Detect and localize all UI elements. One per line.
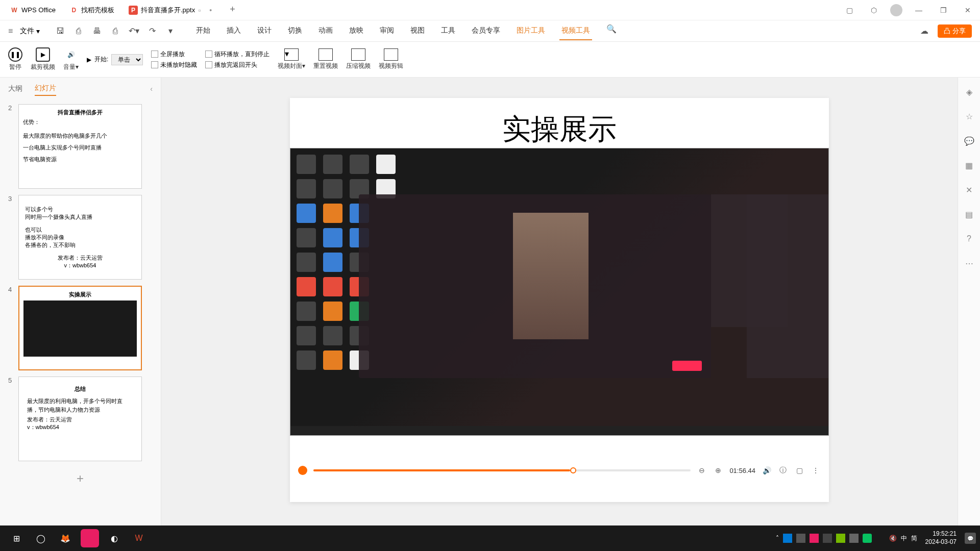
ime-indicator[interactable]: 中 [901, 534, 907, 543]
style-icon[interactable]: ◈ [963, 86, 975, 98]
cube-icon[interactable]: ⬡ [866, 2, 882, 18]
slide-thumbnail-4[interactable]: 实操展示 [18, 286, 142, 370]
export-icon[interactable]: ⎙ [71, 24, 86, 38]
play-button[interactable] [298, 466, 307, 475]
slide-thumbnail-3[interactable]: 可以多个号 同时用一个摄像头真人直播 也可以 播放不同的录像 各播各的，互不影响… [18, 195, 142, 280]
hide-checkbox[interactable]: 未播放时隐藏 [151, 61, 197, 69]
thumbnails[interactable]: 2 抖音直播伴侣多开 优势： 最大限度的帮助你的电脑多开几个 一台电脑上实现多个… [0, 100, 161, 546]
next-frame-icon[interactable]: ⊕ [713, 465, 723, 475]
cloud-icon[interactable]: ☁ [917, 24, 932, 38]
loop-checkbox[interactable]: 循环播放，直到停止 [205, 50, 270, 59]
tab-video-tools[interactable]: 视频工具 [559, 22, 592, 40]
pause-button[interactable]: ❚❚ 暂停 [8, 47, 22, 71]
video-progress[interactable] [313, 469, 691, 471]
tray-wechat-icon[interactable] [863, 534, 872, 543]
layout-icon[interactable]: ▤ [963, 208, 975, 220]
collapse-panel-icon[interactable]: ‹ [150, 85, 153, 93]
fullscreen-checkbox[interactable]: 全屏播放 [151, 50, 197, 59]
slide-title[interactable]: 实操展示 [290, 98, 829, 149]
snapshot-icon[interactable]: ▢ [794, 465, 804, 475]
search-icon[interactable]: 🔍 [604, 22, 619, 36]
outline-tab[interactable]: 大纲 [8, 82, 22, 95]
slides-tab[interactable]: 幻灯片 [35, 82, 56, 96]
tab-review[interactable]: 审阅 [378, 22, 396, 40]
canvas[interactable]: 实操展示 [161, 78, 958, 546]
edit-button[interactable]: 视频剪辑 [379, 48, 403, 70]
tab-wps-home[interactable]: W WPS Office [4, 4, 62, 16]
tab-start[interactable]: 开始 [194, 22, 212, 40]
clock[interactable]: 19:52:21 2024-03-07 [921, 530, 961, 546]
tab-transition[interactable]: 切换 [286, 22, 304, 40]
tab-docer[interactable]: D 找稻壳模板 [64, 4, 120, 17]
object-icon[interactable]: ▦ [963, 159, 975, 171]
hamburger-icon[interactable]: ≡ [8, 27, 13, 36]
prev-frame-icon[interactable]: ⊖ [697, 465, 707, 475]
ime-indicator-2[interactable]: 简 [911, 534, 917, 543]
reset-button[interactable]: 重置视频 [313, 48, 338, 70]
tray-icon[interactable] [836, 534, 845, 543]
print-preview-icon[interactable]: ⎙ [108, 24, 122, 38]
user-avatar[interactable] [890, 4, 902, 16]
notification-button[interactable]: 💬1 [965, 533, 976, 544]
volume-button[interactable]: 🔊 音量▾ [63, 47, 79, 71]
tab-member[interactable]: 会员专享 [470, 22, 502, 40]
more-icon[interactable]: ⋮ [811, 465, 821, 475]
slide-thumbnail-5[interactable]: 总结 最大限度的利用电脑，开多个号同时直播，节约电脑和人力物力资源 发布者：云天… [18, 377, 142, 461]
compress-button[interactable]: 压缩视频 [346, 48, 371, 70]
task-camera-icon[interactable]: ◯ [29, 526, 53, 550]
tray-up-icon[interactable]: ˄ [776, 535, 779, 542]
tab-document[interactable]: P 抖音直播多开.pptx ▫ • [122, 4, 224, 17]
print-icon[interactable]: 🖶 [90, 24, 104, 38]
task-app-icon[interactable] [81, 529, 99, 547]
undo-button[interactable]: ↶▾ [127, 24, 141, 38]
minimize-button[interactable]: — [911, 2, 927, 18]
more-panel-icon[interactable]: ⋯ [963, 257, 975, 269]
tray-icon[interactable] [796, 534, 805, 543]
start-select[interactable]: 单击 [111, 54, 143, 65]
slide[interactable]: 实操展示 [290, 98, 829, 502]
help-icon[interactable]: ? [963, 233, 975, 245]
pause-label: 暂停 [9, 63, 21, 71]
trim-button[interactable]: ▶ 裁剪视频 [31, 47, 55, 71]
tab-tools[interactable]: 工具 [439, 22, 457, 40]
tab-view[interactable]: 视图 [408, 22, 427, 40]
tray-icon[interactable] [876, 534, 885, 543]
thumb-title: 总结 [27, 385, 133, 393]
tray-icon[interactable] [783, 534, 792, 543]
tab-insert[interactable]: 插入 [225, 22, 243, 40]
tab-design[interactable]: 设计 [255, 22, 274, 40]
info-icon[interactable]: ⓘ [778, 465, 788, 475]
task-app2-icon[interactable]: ◐ [102, 526, 127, 550]
tray-icon[interactable] [823, 534, 832, 543]
volume-tray-icon[interactable]: 🔇 [889, 535, 897, 542]
progress-thumb[interactable] [570, 467, 576, 473]
file-menu-button[interactable]: 文件 ▾ [15, 24, 45, 38]
close-button[interactable]: ✕ [960, 2, 976, 18]
qat-more-icon[interactable]: ▾ [163, 24, 178, 38]
tab-picture-tools[interactable]: 图片工具 [514, 22, 547, 40]
start-button[interactable]: ⊞ [4, 526, 29, 550]
rewind-checkbox[interactable]: 播放完返回开头 [205, 61, 270, 69]
slide-thumbnail-2[interactable]: 抖音直播伴侣多开 优势： 最大限度的帮助你的电脑多开几个 一台电脑上实现多个号同… [18, 104, 142, 189]
mute-icon[interactable]: 🔊 [762, 465, 772, 475]
task-wps-icon[interactable]: W [127, 526, 151, 550]
redo-button[interactable]: ↷ [145, 24, 159, 38]
task-firefox-icon[interactable]: 🦊 [53, 526, 78, 550]
favorite-icon[interactable]: ☆ [963, 110, 975, 122]
maximize-button[interactable]: ❐ [935, 2, 951, 18]
share-button[interactable]: 凸 分享 [938, 24, 972, 38]
app-menu-icon[interactable]: ▢ [841, 2, 857, 18]
poster-button[interactable]: ▾ 视频封面▾ [278, 48, 305, 70]
video-object[interactable] [290, 148, 829, 436]
tab-close-icon[interactable]: • [209, 6, 217, 14]
chat-icon[interactable]: 💬 [963, 135, 975, 147]
tab-menu-icon[interactable]: ▫ [198, 6, 206, 14]
tab-animation[interactable]: 动画 [316, 22, 335, 40]
tools-icon[interactable]: ✕ [963, 184, 975, 196]
tray-icon[interactable] [849, 534, 859, 543]
add-slide-button[interactable]: + [18, 467, 142, 490]
save-icon[interactable]: 🖫 [53, 24, 67, 38]
tray-icon[interactable] [810, 534, 819, 543]
new-tab-button[interactable]: + [230, 4, 242, 16]
tab-slideshow[interactable]: 放映 [347, 22, 365, 40]
